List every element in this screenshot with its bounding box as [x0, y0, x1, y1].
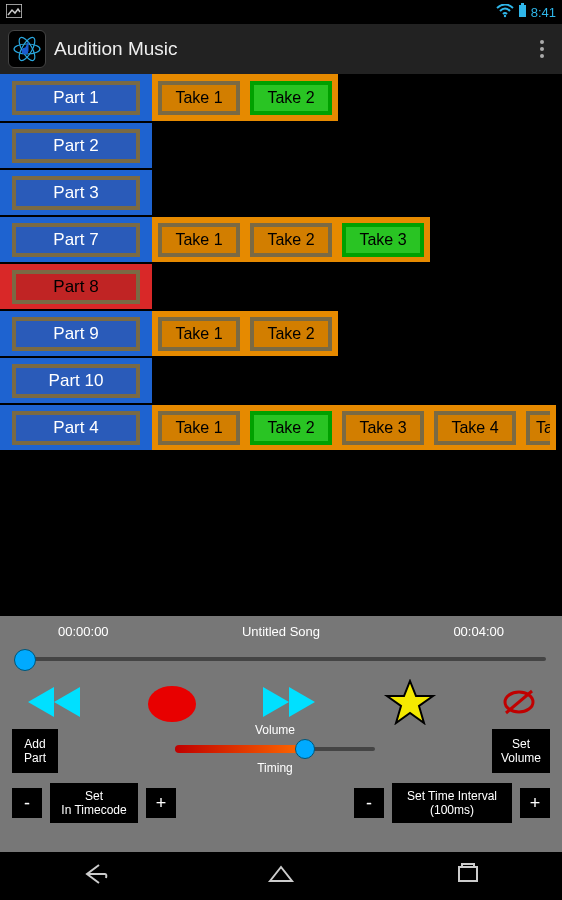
set-interval-button[interactable]: Set Time Interval (100ms) — [392, 783, 512, 823]
take-button[interactable]: Take 1 — [158, 81, 240, 115]
svg-rect-14 — [459, 867, 477, 881]
svg-rect-3 — [521, 3, 524, 5]
timecode-minus-button[interactable]: - — [12, 788, 42, 818]
part-cell: Part 8 — [0, 264, 152, 309]
recent-nav-icon[interactable] — [453, 859, 483, 893]
action-bar: Audition Music — [0, 24, 562, 74]
svg-marker-11 — [387, 681, 433, 723]
take-button[interactable]: Take 1 — [158, 411, 240, 445]
take-button[interactable]: Take 3 — [342, 411, 424, 445]
timecode-plus-button[interactable]: + — [146, 788, 176, 818]
menu-overflow-icon[interactable] — [530, 40, 554, 58]
part-button[interactable]: Part 10 — [12, 364, 140, 398]
clock-text: 8:41 — [531, 5, 556, 20]
take-button[interactable]: Ta — [526, 411, 550, 445]
part-button[interactable]: Part 7 — [12, 223, 140, 257]
take-button[interactable]: Take 2 — [250, 317, 332, 351]
part-button[interactable]: Part 1 — [12, 81, 140, 115]
transport-panel: 00:00:00 Untitled Song 00:04:00 Add Par — [0, 616, 562, 852]
nav-bar — [0, 852, 562, 900]
part-cell: Part 9 — [0, 311, 152, 356]
svg-point-1 — [503, 14, 505, 16]
part-button[interactable]: Part 9 — [12, 317, 140, 351]
app-title: Audition Music — [54, 38, 530, 60]
status-bar: 8:41 — [0, 0, 562, 24]
rewind-button[interactable] — [26, 685, 82, 723]
part-cell: Part 4 — [0, 405, 152, 450]
disable-icon[interactable] — [502, 687, 536, 721]
set-volume-button[interactable]: Set Volume — [492, 729, 550, 773]
svg-rect-2 — [519, 5, 526, 17]
part-cell: Part 1 — [0, 74, 152, 121]
app-icon — [8, 30, 46, 68]
part-row: Part 4Take 1Take 2Take 3Take 4Ta — [0, 403, 562, 450]
interval-plus-button[interactable]: + — [520, 788, 550, 818]
svg-rect-15 — [462, 864, 474, 867]
takes-cell: Take 1Take 2Take 3Take 4Ta — [152, 405, 556, 450]
takes-cell: Take 1Take 2Take 3 — [152, 217, 430, 262]
take-button[interactable]: Take 3 — [342, 223, 424, 257]
part-row: Part 8 — [0, 262, 562, 309]
picture-icon — [6, 4, 22, 21]
add-part-button[interactable]: Add Part — [12, 729, 58, 773]
take-button[interactable]: Take 2 — [250, 223, 332, 257]
part-button[interactable]: Part 2 — [12, 129, 140, 163]
timing-label: Timing — [257, 761, 293, 775]
part-button[interactable]: Part 4 — [12, 411, 140, 445]
svg-marker-7 — [28, 687, 54, 717]
part-row: Part 10 — [0, 356, 562, 403]
svg-marker-8 — [54, 687, 80, 717]
volume-slider[interactable] — [175, 739, 375, 759]
part-cell: Part 7 — [0, 217, 152, 262]
fast-forward-button[interactable] — [261, 685, 317, 723]
time-start: 00:00:00 — [58, 624, 109, 639]
part-cell: Part 10 — [0, 358, 152, 403]
part-button[interactable]: Part 3 — [12, 176, 140, 210]
take-button[interactable]: Take 1 — [158, 317, 240, 351]
part-cell: Part 2 — [0, 123, 152, 168]
take-button[interactable]: Take 4 — [434, 411, 516, 445]
record-button[interactable] — [148, 686, 196, 722]
part-row: Part 7Take 1Take 2Take 3 — [0, 215, 562, 262]
part-button[interactable]: Part 8 — [12, 270, 140, 304]
back-nav-icon[interactable] — [79, 859, 109, 893]
wifi-icon — [496, 4, 514, 21]
take-button[interactable]: Take 1 — [158, 223, 240, 257]
take-button[interactable]: Take 2 — [250, 411, 332, 445]
seek-slider[interactable] — [6, 645, 556, 673]
part-cell: Part 3 — [0, 170, 152, 215]
takes-cell: Take 1Take 2 — [152, 311, 338, 356]
song-title: Untitled Song — [109, 624, 454, 639]
time-end: 00:04:00 — [453, 624, 504, 639]
part-row: Part 2 — [0, 121, 562, 168]
interval-minus-button[interactable]: - — [354, 788, 384, 818]
part-row: Part 1Take 1Take 2 — [0, 74, 562, 121]
part-row: Part 3 — [0, 168, 562, 215]
svg-marker-10 — [289, 687, 315, 717]
home-nav-icon[interactable] — [266, 859, 296, 893]
set-in-timecode-button[interactable]: Set In Timecode — [50, 783, 138, 823]
parts-list: Part 1Take 1Take 2Part 2Part 3Part 7Take… — [0, 74, 562, 450]
volume-label: Volume — [255, 723, 295, 737]
part-row: Part 9Take 1Take 2 — [0, 309, 562, 356]
star-button[interactable] — [383, 679, 437, 729]
svg-marker-9 — [263, 687, 289, 717]
takes-cell: Take 1Take 2 — [152, 74, 338, 121]
battery-icon — [518, 3, 527, 21]
take-button[interactable]: Take 2 — [250, 81, 332, 115]
